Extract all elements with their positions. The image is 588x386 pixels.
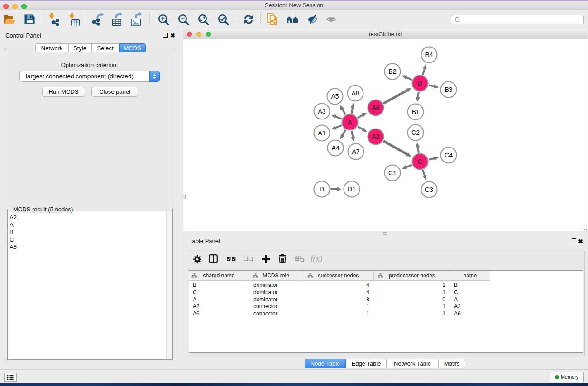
- svg-text:A: A: [348, 119, 352, 126]
- svg-text:B3: B3: [445, 86, 452, 93]
- svg-text:A1: A1: [318, 129, 325, 137]
- svg-text:B: B: [418, 80, 422, 87]
- svg-text:A7: A7: [352, 148, 359, 155]
- svg-text:C4: C4: [445, 152, 453, 159]
- svg-text:D: D: [320, 186, 324, 193]
- svg-text:A8: A8: [351, 90, 359, 97]
- svg-text:C: C: [418, 158, 422, 165]
- svg-text:B1: B1: [411, 108, 419, 115]
- svg-text:B4: B4: [425, 51, 433, 58]
- svg-text:A3: A3: [318, 108, 325, 115]
- svg-text:A6: A6: [372, 104, 379, 111]
- svg-text:C1: C1: [388, 169, 397, 176]
- svg-text:B2: B2: [388, 68, 396, 75]
- svg-text:C3: C3: [425, 186, 433, 193]
- svg-text:A2: A2: [372, 133, 379, 140]
- svg-text:D1: D1: [348, 186, 356, 193]
- svg-text:C2: C2: [411, 129, 420, 136]
- svg-text:A5: A5: [331, 93, 339, 100]
- svg-text:A4: A4: [331, 144, 339, 152]
